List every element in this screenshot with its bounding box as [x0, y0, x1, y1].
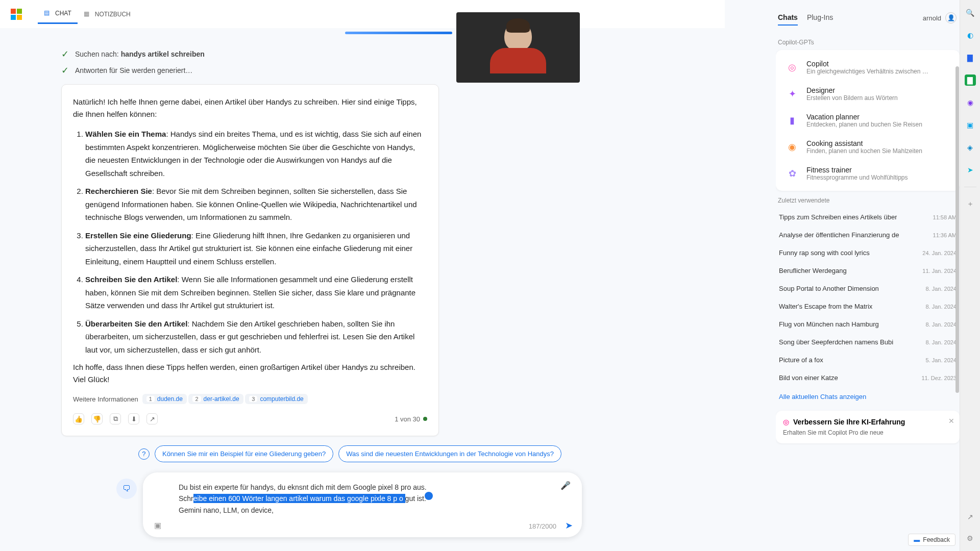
search-icon[interactable]: 🔍	[965, 7, 976, 18]
tab-chat[interactable]: ▤ CHAT	[38, 4, 78, 24]
sidebar-tab-chats[interactable]: Chats	[778, 13, 798, 26]
progress-bar	[345, 32, 452, 34]
copy-button[interactable]: ⧉	[110, 413, 121, 424]
response-counter: 1 von 30	[395, 415, 427, 423]
scrollbar[interactable]	[954, 0, 960, 551]
recent-chat-item[interactable]: Walter's Escape from the Matrix8. Jan. 2…	[776, 297, 960, 315]
recent-chat-item[interactable]: Analyse der öffentlichen Finanzierung de…	[776, 226, 960, 244]
powerpoint-icon[interactable]: ◉	[965, 97, 976, 108]
mic-button[interactable]: 🎤	[560, 481, 571, 490]
external-icon[interactable]: ↗	[965, 511, 976, 522]
edge-icon[interactable]: ◐	[965, 30, 976, 41]
gpt-icon: ◉	[784, 139, 800, 155]
gpt-icon: ▮	[784, 112, 800, 129]
source-chip[interactable]: 2der-artikel.de	[188, 394, 243, 404]
gpts-label: Copilot-GPTs	[778, 39, 960, 46]
promo-card: ✕ ◎ Verbessern Sie Ihre KI-Erfahrung Erh…	[776, 411, 960, 443]
image-upload-button[interactable]: ▣	[154, 521, 161, 530]
outlook-icon[interactable]: ▣	[965, 119, 976, 131]
username: arnold	[923, 14, 941, 22]
share-button[interactable]: ↗	[146, 413, 158, 424]
user-area[interactable]: arnold 👤	[923, 12, 957, 23]
gpt-item[interactable]: ✿Fitness trainerFitnessprogramme und Woh…	[780, 160, 955, 187]
gpt-icon: ✿	[784, 165, 800, 182]
chat-icon: ▤	[44, 9, 52, 17]
like-button[interactable]: 👍	[73, 413, 84, 424]
response-item: Erstellen Sie eine Gliederung: Eine Glie…	[85, 229, 427, 268]
source-chip[interactable]: 1duden.de	[142, 394, 187, 404]
more-info-label: Weitere Informationen	[73, 395, 138, 403]
check-icon: ✓	[61, 48, 69, 60]
show-all-chats[interactable]: Alle aktuellen Chats anzeigen	[776, 387, 960, 407]
cursor-icon	[425, 492, 433, 500]
response-card: Natürlich! Ich helfe Ihnen gerne dabei, …	[61, 84, 439, 436]
search-query: handys artikel schreiben	[121, 50, 205, 58]
excel-icon[interactable]: ▇	[965, 74, 976, 86]
dislike-button[interactable]: 👎	[91, 413, 103, 424]
response-item: Recherchieren Sie: Bevor Sie mit dem Sch…	[85, 185, 427, 224]
recent-chat-item[interactable]: Beruflicher Werdegang11. Jan. 2024	[776, 262, 960, 280]
input-text[interactable]: Du bist ein experte für handys, du eknsn…	[179, 482, 551, 516]
generating-text: Antworten für Sie werden generiert…	[75, 66, 192, 74]
header: ▤ CHAT ▦ NOTIZBUCH	[0, 0, 725, 28]
sidebar-tab-plugins[interactable]: Plug-Ins	[807, 13, 833, 26]
input-box[interactable]: 🗨 Du bist ein experte für handys, du ekn…	[143, 472, 582, 537]
settings-icon[interactable]: ⚙	[965, 533, 976, 544]
suggestion-chip[interactable]: Können Sie mir ein Beispiel für eine Gli…	[155, 445, 333, 462]
response-item: Schreiben Sie den Artikel: Wenn Sie alle…	[85, 273, 427, 312]
gpt-item[interactable]: ◉Cooking assistantFinden, planen und koc…	[780, 134, 955, 160]
scrollbar-thumb[interactable]	[955, 66, 959, 393]
response-intro: Natürlich! Ich helfe Ihnen gerne dabei, …	[73, 96, 427, 120]
recent-list: Tipps zum Schreiben eines Artikels über1…	[776, 208, 960, 387]
response-list: Wählen Sie ein Thema: Handys sind ein br…	[73, 128, 427, 356]
gpt-item[interactable]: ▮Vacation plannerEntdecken, planen und b…	[780, 107, 955, 134]
close-icon[interactable]: ✕	[948, 417, 954, 425]
recent-chat-item[interactable]: Picture of a fox5. Jan. 2024	[776, 351, 960, 369]
add-icon[interactable]: ＋	[965, 198, 976, 210]
source-chip[interactable]: 3computerbild.de	[245, 394, 308, 404]
onenote-icon[interactable]: ◈	[965, 142, 976, 153]
gpt-list: ◎CopilotEin gleichgewichtiges Verhältnis…	[776, 50, 960, 191]
recent-chat-item[interactable]: Soup Portal to Another Dimension8. Jan. …	[776, 280, 960, 297]
gpt-item[interactable]: ◎CopilotEin gleichgewichtiges Verhältnis…	[780, 54, 955, 81]
recent-chat-item[interactable]: Bild von einer Katze11. Dez. 2023	[776, 369, 960, 387]
svg-rect-3	[17, 15, 22, 20]
right-rail: 🔍 ◐ ▇ ▇ ◉ ▣ ◈ ➤ ＋ ↗ ⚙	[960, 0, 980, 551]
suggestion-row: ? Können Sie mir ein Beispiel für eine G…	[61, 445, 561, 462]
help-icon[interactable]: ?	[138, 448, 150, 460]
gpt-icon: ✦	[784, 86, 800, 102]
svg-rect-2	[11, 15, 16, 20]
notebook-icon: ▦	[84, 10, 92, 18]
sidebar: arnold 👤 Chats Plug-Ins Copilot-GPTs ◎Co…	[776, 0, 960, 551]
copilot-pro-icon: ◎	[783, 418, 789, 426]
suggestion-chip[interactable]: Was sind die neuesten Entwicklungen in d…	[338, 445, 561, 462]
recent-chat-item[interactable]: Tipps zum Schreiben eines Artikels über1…	[776, 208, 960, 226]
more-info-row: Weitere Informationen 1duden.de 2der-art…	[73, 394, 427, 404]
recent-chat-item[interactable]: Song über Seepferdchen namens Bubi8. Jan…	[776, 333, 960, 351]
svg-rect-1	[17, 9, 22, 14]
response-item: Wählen Sie ein Thema: Handys sind ein br…	[85, 128, 427, 180]
recent-chat-item[interactable]: Flug von München nach Hamburg8. Jan. 202…	[776, 315, 960, 333]
webcam-overlay	[456, 12, 580, 83]
feedback-button[interactable]: ▬ Feedback	[908, 534, 955, 546]
tab-notebook[interactable]: ▦ NOTIZBUCH	[78, 5, 137, 23]
gpt-icon: ◎	[784, 59, 800, 76]
feedback-icon: ▬	[914, 536, 920, 543]
recent-chat-item[interactable]: Funny rap song with cool lyrics24. Jan. …	[776, 244, 960, 262]
tab-label: CHAT	[55, 10, 71, 17]
microsoft-logo[interactable]	[10, 8, 22, 20]
tab-label: NOTIZBUCH	[95, 11, 131, 18]
send-icon[interactable]: ➤	[965, 164, 976, 176]
new-topic-button[interactable]: 🗨	[116, 479, 137, 499]
status-dot-icon	[423, 417, 427, 421]
promo-title: Verbessern Sie Ihre KI-Erfahrung	[793, 418, 905, 426]
word-icon[interactable]: ▇	[965, 52, 976, 63]
response-outro: Ich hoffe, dass Ihnen diese Tipps helfen…	[73, 361, 427, 386]
gpt-item[interactable]: ✦DesignerErstellen von Bildern aus Wörte…	[780, 81, 955, 107]
recent-label: Zuletzt verwendete	[778, 197, 960, 204]
char-count: 187/2000	[529, 522, 556, 530]
send-button[interactable]: ➤	[565, 520, 573, 531]
download-button[interactable]: ⬇	[128, 413, 139, 424]
svg-rect-0	[11, 9, 16, 14]
search-prefix: Suchen nach:	[75, 50, 119, 58]
